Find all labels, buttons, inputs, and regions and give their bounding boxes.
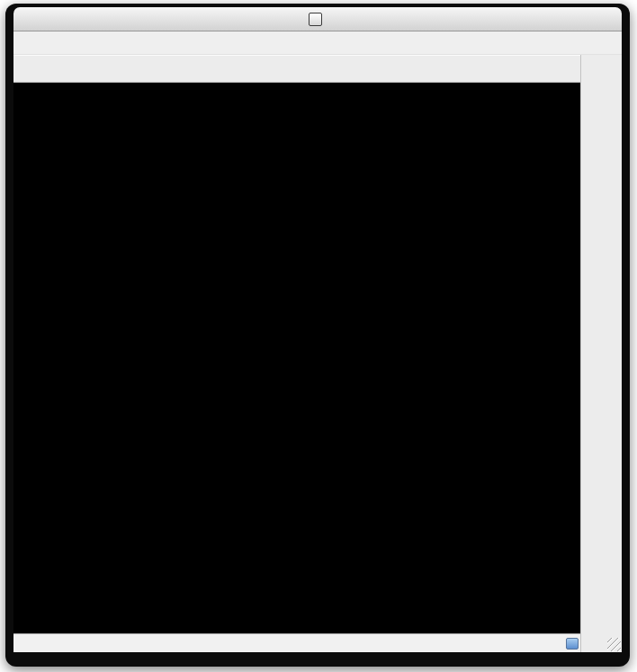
resize-grip-icon[interactable] [607,638,621,651]
titlebar[interactable] [13,7,622,31]
status-scroll-thumb[interactable] [566,638,579,650]
title-center [13,13,622,26]
coot-window [5,4,630,667]
main-column [13,55,580,652]
menu-bar [13,31,622,55]
molecular-scene [13,83,580,633]
molecular-viewport[interactable] [13,83,580,633]
page [0,0,637,672]
content-row [13,55,622,652]
toolbar [13,55,580,83]
right-toolbar [580,55,622,652]
x11-icon [309,13,322,26]
status-bar [13,633,580,652]
